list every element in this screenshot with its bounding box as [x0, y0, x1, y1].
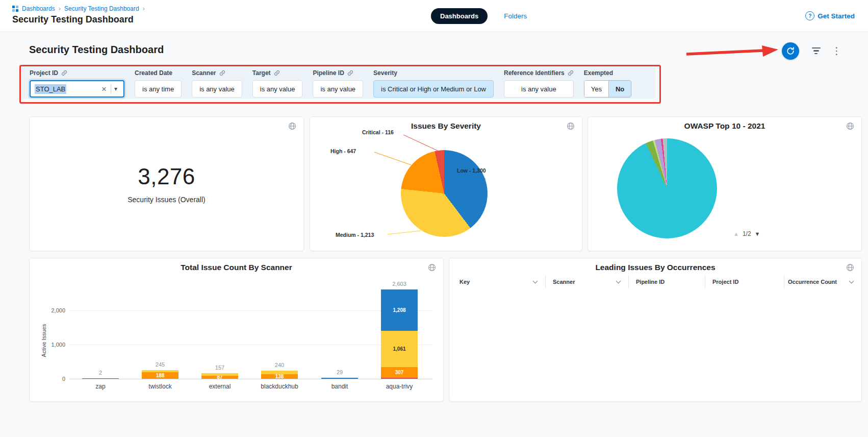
filter-created-date: Created Date is any time	[135, 69, 182, 98]
bar-segment-blackduckhub[interactable]	[261, 371, 298, 374]
pie-label-low: Low - 1,300	[457, 167, 486, 174]
y-tick-label: 1,000	[33, 342, 65, 348]
bar-segment-twistlock[interactable]	[142, 370, 178, 372]
bar-segment-external[interactable]: 87	[201, 376, 238, 379]
overall-issues-label: Security Issues (Overall)	[127, 196, 205, 204]
link-icon	[347, 70, 353, 76]
filter-scanner: Scanner is any value	[192, 69, 242, 98]
reference-identifiers-filter-button[interactable]: is any value	[504, 80, 574, 98]
filter-pipeline-id: Pipeline ID is any value	[313, 69, 363, 98]
link-icon	[274, 70, 280, 76]
column-header-pipeline-id[interactable]: Pipeline ID	[628, 275, 705, 288]
column-label: Project ID	[712, 279, 738, 285]
dropdown-caret-icon[interactable]: ▾	[112, 85, 119, 92]
card-issues-by-severity: Issues By Severity Critical - 116 High -…	[310, 116, 582, 251]
help-icon: ?	[805, 11, 814, 20]
bar-segment-bandit[interactable]	[321, 378, 358, 379]
bar-segment-value: 188	[156, 373, 165, 378]
card-leading-issues-by-occurrences: Leading Issues By Occurrences Key Scanne…	[449, 258, 862, 402]
occurrences-table-header: Key Scanner Pipeline ID Project ID Occur…	[459, 275, 853, 289]
page-up-icon[interactable]: ▲	[733, 231, 739, 237]
bar-segment-blackduckhub[interactable]: 138	[261, 374, 298, 379]
breadcrumb-separator-icon: ›	[143, 5, 145, 12]
card-title: OWASP Top 10 - 2021	[588, 122, 861, 131]
column-header-scanner[interactable]: Scanner	[545, 275, 628, 288]
created-date-filter-button[interactable]: is any time	[135, 80, 182, 98]
card-owasp-top-10: OWASP Top 10 - 2021 ▲ 1/2 ▼	[588, 116, 862, 251]
gridline	[69, 310, 432, 311]
target-filter-button[interactable]: is any value	[252, 80, 303, 98]
bar-category-label: blackduckhub	[249, 383, 310, 390]
sort-chevron-icon	[849, 279, 854, 284]
sort-chevron-icon	[616, 279, 621, 284]
filter-reference-identifiers-label: Reference Identifiers	[504, 69, 574, 77]
globe-icon[interactable]	[846, 122, 854, 130]
filter-exempted: Exempted Yes No	[584, 69, 632, 98]
breadcrumb-item-security-testing-dashboard[interactable]: Security Testing Dashboard	[64, 5, 139, 12]
project-id-value: STO_LAB	[35, 84, 66, 94]
tab-folders[interactable]: Folders	[501, 12, 530, 20]
column-label: Pipeline ID	[636, 279, 665, 285]
filter-project-id: Project ID STO_LAB × ▾	[30, 69, 124, 98]
severity-pie[interactable]	[401, 150, 488, 237]
bar-category-label: bandit	[309, 383, 370, 390]
annotation-arrow	[682, 44, 780, 59]
column-header-key[interactable]: Key	[459, 275, 545, 288]
bar-segment-zap[interactable]	[82, 378, 119, 379]
scanner-filter-button[interactable]: is any value	[192, 80, 242, 98]
card-security-issues-overall: 3,276 Security Issues (Overall)	[29, 116, 304, 251]
breadcrumb-item-dashboards[interactable]: Dashboards	[22, 5, 55, 12]
pie-label-critical: Critical - 116	[362, 129, 394, 135]
column-header-project-id[interactable]: Project ID	[705, 275, 784, 288]
globe-icon[interactable]	[567, 122, 575, 130]
tab-dashboards[interactable]: Dashboards	[431, 8, 488, 24]
project-id-input[interactable]: STO_LAB × ▾	[30, 80, 124, 98]
bar-segment-value: 1,208	[393, 308, 405, 313]
refresh-button[interactable]	[782, 42, 799, 60]
y-tick-label: 0	[33, 376, 65, 382]
column-label: Scanner	[553, 279, 575, 285]
bar-segment-aqua-trivy[interactable]: 307	[381, 367, 418, 378]
input-divider	[111, 84, 111, 93]
filter-severity: Severity is Critical or High or Medium o…	[373, 69, 494, 98]
bar-total-label: 245	[135, 361, 186, 368]
bar-segment-external[interactable]	[201, 373, 238, 376]
severity-filter-button[interactable]: is Critical or High or Medium or Low	[373, 80, 494, 98]
get-started-link[interactable]: ? Get Started	[805, 11, 855, 20]
bar-segment-aqua-trivy[interactable]: 1,061	[381, 331, 418, 367]
gridline	[69, 379, 432, 379]
bar-segment-value: 138	[275, 374, 284, 379]
filter-label-text: Target	[252, 69, 271, 77]
bar-segment-twistlock[interactable]: 188	[142, 372, 178, 379]
owasp-pie[interactable]	[617, 138, 717, 238]
page-down-icon[interactable]: ▼	[755, 231, 760, 237]
pipeline-id-filter-button[interactable]: is any value	[313, 80, 363, 98]
bar-segment-aqua-trivy[interactable]	[381, 378, 418, 379]
pie-label-medium: Medium - 1,213	[336, 232, 374, 238]
exempted-toggle: Yes No	[584, 80, 632, 98]
filter-target: Target is any value	[252, 69, 303, 98]
clear-icon[interactable]: ×	[98, 85, 110, 93]
filter-label-text: Scanner	[192, 69, 216, 77]
filter-created-date-label: Created Date	[135, 69, 182, 77]
page: Dashboards › Security Testing Dashboard …	[0, 0, 868, 437]
view-tabs: Dashboards Folders	[431, 8, 530, 24]
bar-category-label: twistlock	[130, 383, 191, 390]
filter-project-id-label: Project ID	[30, 69, 124, 77]
bar-segment-aqua-trivy[interactable]: 1,208	[381, 289, 418, 331]
y-tick-label: 2,000	[33, 307, 65, 313]
filter-list-icon[interactable]	[811, 47, 821, 56]
dashboards-grid-icon	[12, 6, 18, 12]
card-title: Leading Issues By Occurrences	[449, 263, 861, 272]
exempted-yes-button[interactable]: Yes	[584, 81, 608, 97]
link-icon	[219, 70, 225, 76]
filter-reference-identifiers: Reference Identifiers is any value	[504, 69, 574, 98]
globe-icon[interactable]	[288, 122, 296, 130]
scanner-bar-plot: Active Issues 01,0002,0002zap188245twist…	[30, 258, 443, 401]
kebab-menu-icon[interactable]: ⋮	[832, 44, 841, 58]
exempted-no-button[interactable]: No	[608, 81, 631, 97]
bar-total-label: 2	[75, 370, 126, 376]
globe-icon[interactable]	[846, 263, 854, 272]
link-icon	[568, 70, 574, 76]
column-header-occurrence-count[interactable]: Occurrence Count	[784, 275, 853, 288]
